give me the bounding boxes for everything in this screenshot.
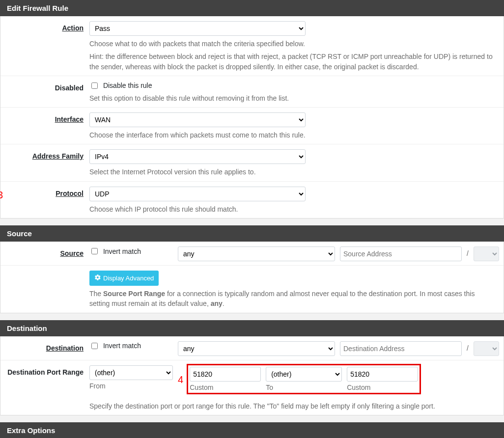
row-protocol: 3 Protocol UDP Choose which IP protocol … <box>0 182 504 218</box>
interface-help: Choose the interface from which packets … <box>89 130 497 140</box>
disabled-help: Set this option to disable this rule wit… <box>89 93 497 103</box>
action-select[interactable]: Pass <box>89 21 306 36</box>
dpr-to-select[interactable]: (other) <box>266 367 342 382</box>
label-protocol[interactable]: Protocol <box>56 190 84 197</box>
annotation-3: 3 <box>0 190 3 201</box>
label-source[interactable]: Source <box>60 249 84 257</box>
dpr-help: Specify the destination port or port ran… <box>89 401 497 411</box>
protocol-select[interactable]: UDP <box>89 187 306 201</box>
mask-slash: / <box>467 246 469 257</box>
row-af: Address Family IPv4 Select the Internet … <box>0 144 504 181</box>
display-advanced-button[interactable]: Display Advanced <box>89 271 159 286</box>
mask-slash-dest: / <box>467 341 469 352</box>
gear-icon <box>94 274 101 282</box>
dpr-to-custom-input[interactable] <box>347 367 418 382</box>
source-mask-select <box>474 246 499 261</box>
label-af[interactable]: Address Family <box>32 152 84 160</box>
label-action[interactable]: Action <box>62 24 84 32</box>
dpr-from-custom-input[interactable] <box>190 367 261 382</box>
section-header-destination: Destination <box>0 320 504 336</box>
dest-address-input <box>340 341 462 356</box>
highlight-box-dpr: Custom (other) To Custom <box>187 364 421 394</box>
label-disabled: Disabled <box>55 84 84 92</box>
action-hint: Hint: the difference between block and r… <box>89 52 497 72</box>
interface-select[interactable]: WAN <box>89 112 306 127</box>
section-header-source: Source <box>0 225 504 242</box>
section-header-edit: Edit Firewall Rule <box>0 0 504 16</box>
section-header-extra: Extra Options <box>0 422 504 438</box>
dest-type-select[interactable]: any <box>178 341 335 356</box>
row-source: Source Invert match any / <box>0 242 504 266</box>
dest-mask-select <box>474 341 499 356</box>
row-destination: Destination Invert match any / <box>0 336 504 360</box>
panel-source: Source Invert match any / <box>0 242 504 313</box>
label-destination[interactable]: Destination <box>46 344 84 352</box>
panel-destination: Destination Invert match any / <box>0 336 504 415</box>
source-invert-wrap[interactable]: Invert match <box>89 246 173 256</box>
af-select[interactable]: IPv4 <box>89 149 306 164</box>
dest-invert-wrap[interactable]: Invert match <box>89 341 173 351</box>
action-help: Choose what to do with packets that matc… <box>89 39 497 49</box>
protocol-help: Choose which IP protocol this rule shoul… <box>89 204 497 214</box>
label-interface[interactable]: Interface <box>55 115 84 123</box>
row-dpr: Destination Port Range (other) From 4 Cu… <box>0 360 504 415</box>
row-source-adv: Display Advanced The Source Port Range f… <box>0 266 504 313</box>
af-help: Select the Internet Protocol version thi… <box>89 167 497 177</box>
disabled-checkbox[interactable] <box>91 82 98 89</box>
row-disabled: Disabled Disable this rule Set this opti… <box>0 76 504 108</box>
source-address-input <box>340 246 462 261</box>
label-dpr: Destination Port Range <box>7 368 84 376</box>
source-invert-checkbox[interactable] <box>91 248 98 254</box>
source-type-select[interactable]: any <box>178 246 335 261</box>
disabled-checkbox-wrap[interactable]: Disable this rule <box>89 81 152 89</box>
row-action: Action Pass Choose what to do with packe… <box>0 16 504 76</box>
panel-edit: Action Pass Choose what to do with packe… <box>0 16 504 219</box>
source-help: The Source Port Range for a connection i… <box>89 289 497 309</box>
dest-invert-checkbox[interactable] <box>91 343 98 349</box>
dpr-from-select[interactable]: (other) <box>89 365 173 380</box>
row-interface: Interface WAN Choose the interface from … <box>0 108 504 144</box>
annotation-4: 4 <box>178 374 183 385</box>
